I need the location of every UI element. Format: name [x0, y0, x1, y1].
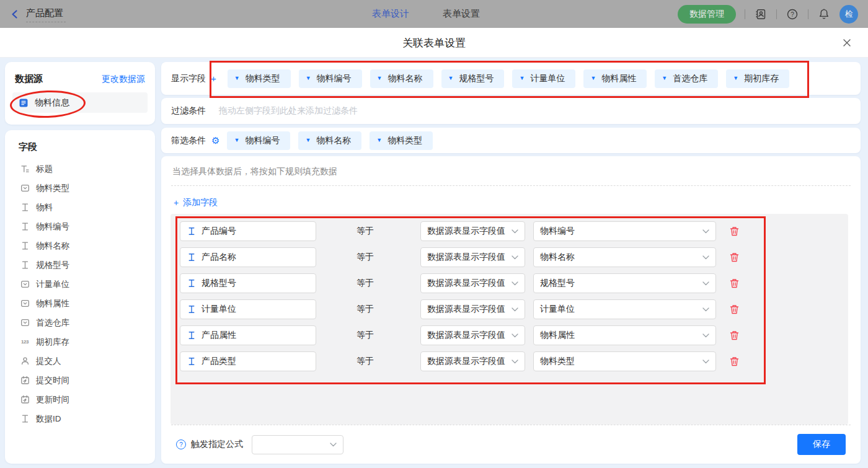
chip-label: 首选仓库	[673, 73, 707, 84]
field-item[interactable]: 物料	[5, 198, 155, 217]
text-cursor-icon	[187, 305, 196, 314]
source-field-select[interactable]: 规格型号	[533, 273, 716, 293]
field-item[interactable]: 物料名称	[5, 236, 155, 255]
display-field-chip[interactable]: ▼ 物料属性	[583, 69, 647, 88]
display-fields-panel: 显示字段 + ▼ 物料类型 ▼ 物料编号 ▼ 物料名称 ▼	[161, 62, 861, 95]
change-datasource-link[interactable]: 更改数据源	[102, 74, 145, 85]
display-field-chip[interactable]: ▼ 物料编号	[299, 69, 362, 88]
display-field-chip[interactable]: ▼ 物料名称	[370, 69, 433, 88]
help-circle-icon[interactable]: ?	[176, 439, 186, 449]
source-type-select[interactable]: 数据源表显示字段值	[420, 351, 525, 371]
plus-icon: +	[174, 198, 179, 208]
target-field-input[interactable]: 规格型号	[180, 273, 316, 293]
source-field-select[interactable]: 物料编号	[533, 221, 716, 241]
field-item[interactable]: 规格型号	[5, 255, 155, 275]
source-field-select[interactable]: 物料属性	[533, 325, 716, 345]
chevron-down-icon: ▼	[448, 76, 454, 81]
divider	[808, 9, 808, 19]
field-item[interactable]: 123 期初库存	[5, 332, 155, 351]
screening-chip[interactable]: ▼ 物料编号	[227, 131, 290, 150]
chip-label: 物料属性	[601, 73, 636, 84]
screening-chip[interactable]: ▼ 物料类型	[370, 131, 433, 150]
select-icon	[20, 280, 30, 289]
field-item[interactable]: 物料类型	[5, 179, 155, 198]
text-cursor-icon	[187, 331, 196, 340]
chip-label: 期初库存	[744, 73, 779, 84]
display-field-chip[interactable]: ▼ 规格型号	[441, 69, 505, 88]
operator-label: 等于	[356, 330, 381, 341]
datasource-card: 数据源 更改数据源 物料信息	[5, 62, 155, 125]
chevron-down-icon	[512, 229, 518, 234]
field-item[interactable]: 数据ID	[5, 409, 155, 428]
field-item[interactable]: 更新时间	[5, 390, 155, 409]
field-label: 物料名称	[36, 241, 69, 252]
field-label: 首选仓库	[36, 317, 69, 329]
source-type-select[interactable]: 数据源表显示字段值	[420, 221, 525, 241]
back-button[interactable]: 产品配置	[10, 6, 66, 22]
target-field-input[interactable]: 计量单位	[180, 299, 316, 319]
delete-rule-icon[interactable]	[728, 303, 740, 316]
contacts-icon[interactable]	[754, 7, 768, 21]
filter-dropzone[interactable]: 拖动左侧字段到此处来添加过滤条件	[219, 105, 358, 117]
screening-chip[interactable]: ▼ 物料名称	[298, 131, 361, 150]
display-field-chip[interactable]: ▼ 计量单位	[512, 69, 575, 88]
target-field-input[interactable]: 产品名称	[180, 247, 316, 267]
field-item[interactable]: 标题	[5, 159, 155, 179]
delete-rule-icon[interactable]	[728, 329, 740, 342]
field-label: 标题	[36, 164, 53, 175]
source-type-select[interactable]: 数据源表显示字段值	[420, 247, 525, 267]
field-item[interactable]: 物料编号	[5, 217, 155, 236]
source-field-select[interactable]: 物料类型	[533, 351, 716, 371]
add-display-field-icon[interactable]: +	[211, 73, 216, 84]
datasource-item[interactable]: 物料信息	[12, 92, 148, 113]
delete-rule-icon[interactable]	[728, 251, 740, 263]
chevron-down-icon: ▼	[376, 138, 382, 143]
delete-rule-icon[interactable]	[728, 225, 740, 237]
modal-title: 关联表单设置	[0, 28, 868, 58]
field-item[interactable]: 物料属性	[5, 294, 155, 313]
tab-form-design[interactable]: 表单设计	[372, 8, 409, 20]
gear-icon[interactable]: ⚙	[211, 135, 219, 146]
chip-label: 计量单位	[530, 73, 565, 84]
target-field-input[interactable]: 产品属性	[180, 325, 316, 345]
target-field-label: 产品名称	[202, 252, 236, 263]
delete-rule-icon[interactable]	[728, 277, 740, 289]
help-icon[interactable]: ?	[786, 7, 799, 21]
source-type-select[interactable]: 数据源表显示字段值	[420, 273, 525, 293]
delete-rule-icon[interactable]	[728, 355, 740, 368]
target-field-input[interactable]: 产品类型	[180, 351, 316, 371]
field-label: 规格型号	[36, 260, 69, 271]
target-field-input[interactable]: 产品编号	[180, 221, 316, 241]
operator-label: 等于	[356, 226, 381, 237]
data-manage-button[interactable]: 数据管理	[678, 5, 736, 24]
close-icon[interactable]	[841, 37, 853, 49]
field-label: 物料	[36, 202, 53, 213]
chip-label: 物料编号	[245, 135, 280, 146]
link-form-settings-screen: 产品配置 表单设计 表单设置 数据管理 ?	[0, 0, 868, 468]
chevron-down-icon	[512, 255, 518, 260]
display-field-chip[interactable]: ▼ 期初库存	[726, 69, 789, 88]
chevron-down-icon	[702, 229, 709, 234]
field-item[interactable]: 提交时间	[5, 371, 155, 390]
bell-icon[interactable]	[817, 7, 831, 21]
rule-row: 产品类型 等于 数据源表显示字段值 物料类型	[180, 351, 848, 371]
add-field-button[interactable]: + 添加字段	[174, 197, 218, 208]
rule-row: 产品名称 等于 数据源表显示字段值 物料名称	[180, 247, 848, 267]
tab-form-settings[interactable]: 表单设置	[443, 8, 480, 20]
source-type-select[interactable]: 数据源表显示字段值	[420, 325, 525, 345]
display-field-chips: ▼ 物料类型 ▼ 物料编号 ▼ 物料名称 ▼ 规格型号	[228, 69, 789, 88]
source-field-select[interactable]: 物料名称	[533, 247, 716, 267]
source-type-select[interactable]: 数据源表显示字段值	[420, 299, 525, 319]
source-field-select[interactable]: 计量单位	[533, 299, 716, 319]
display-field-chip[interactable]: ▼ 物料类型	[228, 69, 291, 88]
formula-select[interactable]	[252, 435, 343, 454]
field-item[interactable]: 提交人	[5, 351, 155, 371]
text-cursor-icon	[187, 253, 196, 262]
avatar[interactable]: 检	[839, 5, 858, 24]
save-button[interactable]: 保存	[797, 434, 846, 455]
chevron-down-icon: ▼	[234, 138, 239, 143]
field-item[interactable]: 计量单位	[5, 275, 155, 294]
display-field-chip[interactable]: ▼ 首选仓库	[655, 69, 718, 88]
screening-label: 筛选条件	[171, 135, 206, 146]
field-item[interactable]: 首选仓库	[5, 313, 155, 332]
